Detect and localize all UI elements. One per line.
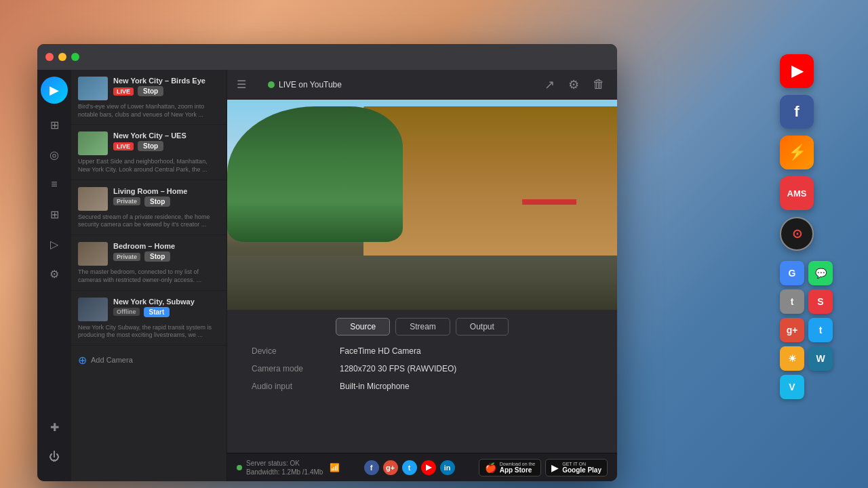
stop-button-2[interactable]: Stop (138, 141, 163, 151)
add-camera-icon: ⊕ (78, 354, 87, 367)
stop-button-3[interactable]: Stop (144, 197, 170, 207)
float-sm-wp[interactable]: W (808, 346, 833, 371)
float-sm-chat[interactable]: 💬 (808, 261, 833, 285)
float-s5-icon[interactable]: ⊙ (780, 217, 814, 251)
camera-desc-2: Upper East Side and neighborhood, Manhat… (78, 158, 220, 174)
status-badge-3: Private (113, 197, 140, 205)
camera-item-subway[interactable]: New York City, Subway Offline Start New … (71, 291, 226, 346)
sidebar-item-list[interactable]: ≡ (42, 172, 66, 197)
top-bar: ☰ LIVE on YouTube ↗ ⚙ 🗑 (227, 70, 617, 100)
status-badge-5: Offline (113, 308, 140, 316)
camera-thumb-3 (78, 187, 108, 211)
tab-row: Source Stream Output (238, 318, 606, 336)
server-status-dot (237, 465, 242, 470)
sidebar-item-power[interactable]: ⏻ (42, 445, 66, 469)
status-badge-1: LIVE (113, 87, 134, 96)
float-sm-gplus[interactable]: g+ (780, 318, 804, 342)
float-sm-tw[interactable]: t (808, 318, 833, 342)
camera-thumb-2 (78, 131, 108, 155)
camera-name-3: Living Room – Home (113, 187, 220, 195)
float-youtube-icon[interactable]: ▶ (780, 54, 814, 88)
social-linkedin[interactable]: in (440, 460, 455, 475)
sidebar-item-settings[interactable]: ⚙ (42, 262, 66, 286)
sidebar-item-browse[interactable]: ⊞ (42, 113, 66, 137)
minimize-button[interactable] (58, 53, 66, 61)
float-sm-g[interactable]: G (780, 261, 804, 285)
server-status: Server status: OK Bandwidth: 1.2Mb /1.4M… (237, 459, 340, 476)
camera-info-3: Living Room – Home Private Stop (113, 187, 220, 207)
camera-item-nyc-birds-eye[interactable]: New York City – Birds Eye LIVE Stop Bird… (71, 70, 226, 125)
float-ams-icon[interactable]: AMS (780, 176, 814, 210)
main-content: ▶ ⊞ ◎ ≡ ⊞ ▷ ⚙ ✚ ⏻ New York City – Birds … (37, 70, 617, 481)
sidebar-item-video[interactable]: ▷ (42, 232, 66, 256)
camera-thumb-5 (78, 298, 108, 321)
maximize-button[interactable] (71, 53, 79, 61)
stop-button-1[interactable]: Stop (138, 86, 163, 96)
google-play-text: GET IT ON Google Play (562, 462, 601, 474)
delete-icon[interactable]: 🗑 (590, 75, 608, 94)
sidebar-logo[interactable]: ▶ (41, 77, 68, 104)
audio-input-label: Audio input (252, 382, 340, 391)
device-value: FaceTime HD Camera (340, 346, 421, 356)
share-icon[interactable]: ↗ (542, 75, 557, 95)
video-road (227, 256, 617, 310)
social-facebook[interactable]: f (364, 460, 379, 475)
server-status-text: Server status: OK Bandwidth: 1.2Mb /1.4M… (246, 459, 323, 476)
camera-mode-label: Camera mode (252, 364, 340, 373)
server-status-line1: Server status: OK (246, 459, 323, 468)
live-indicator: LIVE on YouTube (268, 80, 342, 89)
device-label: Device (252, 346, 340, 356)
social-youtube[interactable]: ▶ (421, 460, 436, 475)
bandwidth-icon: 📶 (330, 463, 340, 472)
camera-thumb-4 (78, 242, 108, 266)
tab-output[interactable]: Output (456, 318, 509, 336)
info-row-device: Device FaceTime HD Camera (252, 346, 593, 356)
float-thunder-icon[interactable]: ⚡ (780, 136, 814, 169)
info-row-audio: Audio input Built-in Microphone (252, 382, 593, 391)
camera-info-2: New York City – UES LIVE Stop (113, 131, 220, 151)
camera-name-1: New York City – Birds Eye (113, 77, 220, 85)
camera-item-bedroom[interactable]: Bedroom – Home Private Stop The master b… (71, 235, 226, 290)
sidebar-item-grid[interactable]: ⊞ (42, 202, 66, 226)
close-button[interactable] (45, 53, 54, 61)
right-floating-icons: ▶ f ⚡ AMS ⊙ G 💬 t S g+ t ☀ W V (780, 54, 854, 399)
camera-mode-value: 868x488 30 FPS (RAWVIDEO) (340, 364, 456, 373)
camera-item-nyc-ues[interactable]: New York City – UES LIVE Stop Upper East… (71, 125, 226, 180)
float-sm-v[interactable]: V (780, 375, 804, 399)
social-icons: f g+ t ▶ in (364, 460, 455, 475)
stop-button-4[interactable]: Stop (144, 251, 170, 262)
bottom-bar: Server status: OK Bandwidth: 1.2Mb /1.4M… (227, 453, 617, 481)
add-camera-button[interactable]: ⊕ Add Camera (71, 346, 226, 375)
google-play-badge[interactable]: ▶ GET IT ON Google Play (545, 459, 608, 476)
server-status-line2: Bandwidth: 1.2Mb /1.4Mb (246, 468, 323, 476)
app-store-text: Download on the App Store (500, 462, 536, 474)
sidebar-item-location[interactable]: ◎ (42, 142, 66, 167)
sidebar-item-add[interactable]: ✚ (42, 415, 66, 439)
app-store-badge[interactable]: 🍎 Download on the App Store (479, 459, 542, 476)
menu-icon[interactable]: ☰ (237, 78, 246, 91)
camera-item-living-room[interactable]: Living Room – Home Private Stop Secured … (71, 180, 226, 235)
start-button-5[interactable]: Start (144, 307, 170, 317)
social-google-plus[interactable]: g+ (383, 460, 398, 475)
tab-source[interactable]: Source (336, 318, 390, 336)
settings-icon[interactable]: ⚙ (566, 75, 582, 95)
camera-desc-3: Secured stream of a private residence, t… (78, 214, 220, 229)
camera-desc-4: The master bedroom, connected to my list… (78, 268, 220, 284)
social-twitter[interactable]: t (402, 460, 417, 475)
float-sm-t[interactable]: t (780, 289, 804, 314)
right-panel: ☰ LIVE on YouTube ↗ ⚙ 🗑 (227, 70, 617, 481)
camera-info-5: New York City, Subway Offline Start (113, 298, 220, 317)
audio-input-value: Built-in Microphone (340, 382, 410, 391)
camera-list: New York City – Birds Eye LIVE Stop Bird… (71, 70, 227, 481)
google-play-icon: ▶ (551, 462, 559, 473)
camera-desc-1: Bird's-eye view of Lower Manhattan, zoom… (78, 103, 220, 119)
status-badge-4: Private (113, 253, 140, 261)
traffic-lights (45, 53, 79, 61)
float-sm-sun[interactable]: ☀ (780, 346, 804, 371)
status-badge-2: LIVE (113, 142, 134, 150)
camera-name-5: New York City, Subway (113, 298, 220, 306)
tab-stream[interactable]: Stream (395, 318, 450, 336)
camera-info-4: Bedroom – Home Private Stop (113, 242, 220, 262)
float-facebook-icon[interactable]: f (780, 95, 814, 129)
float-sm-s[interactable]: S (808, 289, 833, 314)
